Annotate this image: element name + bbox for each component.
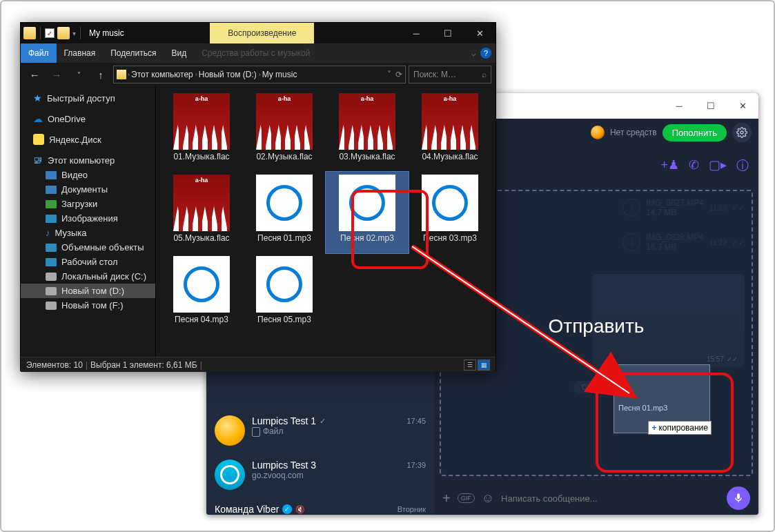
contact-sub: Файл (263, 426, 284, 436)
file-tile[interactable]: Песня 04.mp3 (160, 253, 243, 335)
album-thumbnail (173, 93, 230, 150)
close-button[interactable]: ✕ (464, 23, 496, 43)
mp3-icon (339, 175, 395, 231)
back-button[interactable]: ← (25, 65, 44, 84)
album-thumbnail (256, 93, 313, 150)
recent-button[interactable]: ˅ (69, 65, 88, 84)
file-name: 03.Музыка.flac (339, 152, 395, 161)
file-grid[interactable]: 01.Музыка.flac02.Музыка.flac03.Музыка.fl… (156, 86, 496, 357)
forward-button[interactable]: → (47, 65, 66, 84)
info-icon[interactable]: ⓘ (736, 157, 749, 174)
contact-row[interactable]: Lumpics Test 317:39 go.zvooq.com (206, 453, 434, 497)
ribbon-tab-home[interactable]: Главная (57, 43, 104, 63)
pc-icon: 🖳 (33, 155, 43, 166)
voice-call-icon[interactable]: ✆ (689, 157, 699, 174)
sticker-button[interactable]: ☺ (482, 491, 494, 506)
ribbon-tab-music[interactable]: Средства работы с музыкой (194, 43, 317, 63)
ribbon-chevron-icon[interactable]: ⌵ (471, 49, 476, 58)
cloud-icon: ☁ (33, 113, 43, 124)
album-thumbnail (422, 93, 478, 150)
help-icon[interactable]: ? (480, 48, 491, 59)
file-tile[interactable]: Песня 02.mp3 (326, 172, 409, 253)
search-box[interactable]: Поиск: M… ⌕ (409, 66, 491, 83)
star-icon: ★ (33, 92, 42, 104)
search-placeholder: Поиск: M… (413, 70, 456, 79)
album-thumbnail (339, 93, 395, 150)
folder-icon (46, 186, 57, 194)
file-tile[interactable]: Песня 03.mp3 (409, 172, 491, 253)
contact-name: Lumpics Test 1 (252, 415, 316, 426)
message-input[interactable] (501, 493, 720, 504)
file-tile[interactable]: 03.Музыка.flac (326, 90, 409, 172)
contact-row[interactable]: ✆ Команда Viber✓🔇Вторник Yana: Сообщение… (206, 497, 434, 515)
breadcrumb-segment[interactable]: Новый том (D:)› (199, 70, 261, 79)
contact-row[interactable]: Lumpics Test 1✓17:45 Файл (206, 408, 434, 453)
nav-pictures[interactable]: Изображения (21, 211, 155, 226)
balance-icon (591, 126, 605, 139)
attach-button[interactable]: + (442, 491, 451, 506)
file-tile[interactable]: 02.Музыка.flac (243, 90, 326, 172)
contact-name: Lumpics Test 3 (252, 460, 316, 471)
gif-button[interactable]: GIF (458, 493, 475, 503)
file-tile[interactable]: 05.Музыка.flac (160, 172, 243, 253)
ribbon: Файл Главная Поделиться Вид Средства раб… (21, 43, 496, 63)
contact-time: Вторник (398, 505, 426, 513)
ribbon-tab-file[interactable]: Файл (21, 43, 57, 63)
file-tile[interactable]: 04.Музыка.flac (409, 90, 491, 172)
folder-icon (46, 244, 57, 252)
nav-yandex-disk[interactable]: Яндекс.Диск (21, 132, 155, 147)
nav-documents[interactable]: Документы (21, 182, 155, 197)
drive-icon (46, 302, 57, 310)
folder-icon (117, 70, 126, 79)
view-details-button[interactable]: ☰ (464, 359, 476, 371)
breadcrumb-segment[interactable]: Этот компьютер› (131, 70, 197, 79)
address-bar[interactable]: › Этот компьютер› Новый том (D:)› My mus… (113, 66, 406, 83)
minimize-button[interactable]: ─ (663, 93, 695, 119)
nav-desktop[interactable]: Рабочий стол (21, 255, 155, 269)
refill-button[interactable]: Пополнить (663, 124, 727, 141)
dropdown-icon[interactable]: ˅ (387, 70, 391, 79)
maximize-button[interactable]: ☐ (432, 23, 464, 43)
qat-checkbox[interactable]: ✓ (45, 28, 55, 38)
refresh-icon[interactable]: ⟳ (395, 70, 402, 79)
file-tile[interactable]: Песня 01.mp3 (243, 172, 326, 253)
navigation-pane[interactable]: ★Быстрый доступ ☁OneDrive Яндекс.Диск 🖳Э… (21, 86, 156, 357)
ribbon-tab-share[interactable]: Поделиться (103, 43, 164, 63)
nav-downloads[interactable]: Загрузки (21, 197, 155, 211)
folder-icon (46, 215, 57, 223)
breadcrumb-segment[interactable]: My music (262, 70, 297, 79)
nav-onedrive[interactable]: ☁OneDrive (21, 111, 155, 126)
nav-videos[interactable]: Видео (21, 168, 155, 182)
ribbon-tab-view[interactable]: Вид (164, 43, 194, 63)
copy-tooltip: +копирование (648, 421, 712, 435)
file-tile[interactable]: 01.Музыка.flac (160, 90, 243, 172)
video-call-icon[interactable]: ▢▸ (709, 157, 727, 174)
folder-icon[interactable] (57, 27, 70, 39)
close-button[interactable]: ✕ (727, 93, 758, 119)
view-thumbnails-button[interactable]: ▦ (478, 359, 490, 371)
folder-icon[interactable] (23, 27, 36, 39)
nav-music[interactable]: ♪Музыка (21, 226, 155, 240)
contact-name: Команда Viber (215, 504, 279, 515)
verified-icon: ✓ (282, 504, 292, 514)
nav-this-pc[interactable]: 🖳Этот компьютер (21, 152, 155, 168)
minimize-button[interactable]: ─ (400, 23, 432, 43)
music-icon: ♪ (46, 228, 50, 238)
voice-button[interactable] (727, 486, 750, 510)
nav-drive-d[interactable]: Новый том (D:) (21, 284, 155, 298)
yandex-disk-icon (33, 134, 44, 145)
maximize-button[interactable]: ☐ (695, 93, 727, 119)
file-tile[interactable]: Песня 05.mp3 (243, 253, 326, 335)
up-button[interactable]: ↑ (91, 65, 110, 84)
file-name: 05.Музыка.flac (173, 233, 229, 243)
window-title: My music (85, 23, 124, 43)
file-icon (252, 427, 260, 437)
nav-quick-access[interactable]: ★Быстрый доступ (21, 90, 155, 106)
add-contact-icon[interactable]: +♟ (660, 157, 679, 174)
context-tab-header: Воспроизведение (210, 23, 314, 43)
nav-3d-objects[interactable]: Объемные объекты (21, 240, 155, 255)
nav-drive-c[interactable]: Локальный диск (C:) (21, 269, 155, 284)
status-count: Элементов: 10 (26, 360, 83, 370)
settings-button[interactable] (732, 123, 752, 142)
nav-drive-f[interactable]: Новый том (F:) (21, 298, 155, 313)
